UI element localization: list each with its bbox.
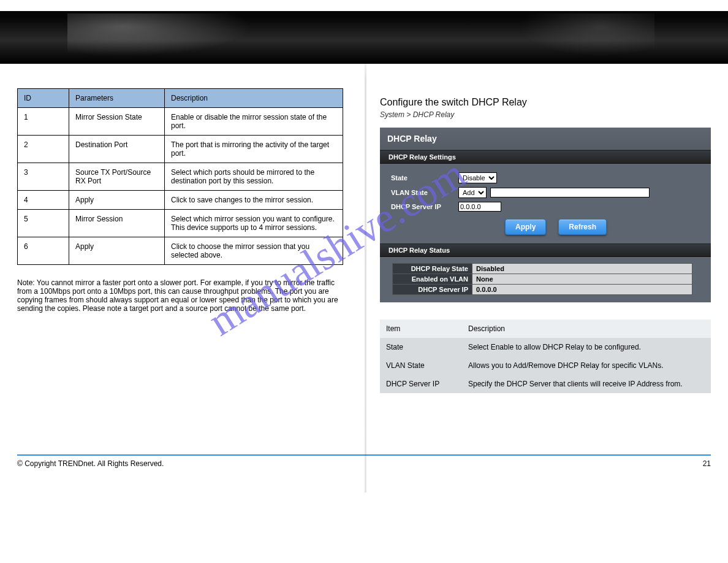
- label-server-ip: DHCP Server IP: [391, 203, 458, 210]
- cell-desc: Click to choose the mirror session that …: [165, 237, 343, 265]
- desc-row: State Select Enable to allow DHCP Relay …: [380, 338, 711, 356]
- button-row: Apply Refresh: [505, 219, 700, 235]
- status-row: Enabled on VLAN None: [393, 274, 692, 285]
- parameters-table: ID Parameters Description 1 Mirror Sessi…: [17, 88, 343, 265]
- status-value: 0.0.0.0: [472, 285, 692, 295]
- page-number: 21: [703, 459, 711, 468]
- settings-body: State Disable VLAN State Add DHCP Server…: [380, 164, 711, 243]
- settings-section-bar: DHCP Relay Settings: [380, 150, 711, 164]
- status-key: DHCP Server IP: [393, 285, 472, 295]
- row-vlan-state: VLAN State Add: [391, 187, 700, 198]
- cell-desc: Enable or disable the mirror session sta…: [165, 108, 343, 136]
- cell-desc: Click to save changes to the mirror sess…: [165, 191, 343, 210]
- status-row: DHCP Relay State Disabled: [393, 264, 692, 274]
- cell-desc: Select which mirror session you want to …: [165, 210, 343, 237]
- right-column: Configure the switch DHCP Relay System >…: [380, 88, 711, 393]
- vlan-state-input[interactable]: [490, 188, 650, 197]
- cell-id: 5: [18, 210, 69, 237]
- dhcp-relay-panel: DHCP Relay DHCP Relay Settings State Dis…: [380, 128, 711, 302]
- label-state: State: [391, 174, 458, 182]
- panel-title: DHCP Relay: [380, 128, 711, 150]
- row-server-ip: DHCP Server IP: [391, 202, 700, 212]
- breadcrumb: System > DHCP Relay: [380, 110, 711, 119]
- table-row: 6 Apply Click to choose the mirror sessi…: [18, 237, 343, 265]
- table-row: 4 Apply Click to save changes to the mir…: [18, 191, 343, 210]
- desc-text: Allows you to Add/Remove DHCP Relay for …: [462, 356, 711, 375]
- desc-row: DHCP Server IP Specify the DHCP Server t…: [380, 375, 711, 393]
- desc-row: VLAN State Allows you to Add/Remove DHCP…: [380, 356, 711, 375]
- left-column: ID Parameters Description 1 Mirror Sessi…: [17, 88, 343, 393]
- desc-item: DHCP Server IP: [380, 375, 462, 393]
- th-id: ID: [18, 89, 69, 108]
- cell-desc: Select which ports should be mirrored to…: [165, 163, 343, 191]
- cell-param: Apply: [69, 237, 165, 265]
- status-row: DHCP Server IP 0.0.0.0: [393, 285, 692, 295]
- desc-text: Select Enable to allow DHCP Relay to be …: [462, 338, 711, 356]
- copyright-text: © Copyright TRENDnet. All Rights Reserve…: [17, 459, 164, 468]
- status-body: DHCP Relay State Disabled Enabled on VLA…: [380, 257, 711, 302]
- cell-param: Apply: [69, 191, 165, 210]
- desc-text: Specify the DHCP Server that clients wil…: [462, 375, 711, 393]
- th-description: Description: [165, 89, 343, 108]
- cell-id: 2: [18, 136, 69, 163]
- table-row: 1 Mirror Session State Enable or disable…: [18, 108, 343, 136]
- cell-id: 6: [18, 237, 69, 265]
- page-footer: © Copyright TRENDnet. All Rights Reserve…: [0, 456, 728, 492]
- cell-param: Mirror Session: [69, 210, 165, 237]
- vlan-state-select[interactable]: Add: [458, 187, 487, 198]
- cell-param: Destination Port: [69, 136, 165, 163]
- table-row: 5 Mirror Session Select which mirror ses…: [18, 210, 343, 237]
- table-row: 2 Destination Port The port that is mirr…: [18, 136, 343, 163]
- table-row: 3 Source TX Port/Source RX Port Select w…: [18, 163, 343, 191]
- mirroring-note: Note: You cannot mirror a faster port on…: [17, 278, 343, 313]
- row-state: State Disable: [391, 172, 700, 183]
- th-parameters: Parameters: [69, 89, 165, 108]
- column-divider: [365, 52, 366, 492]
- refresh-button[interactable]: Refresh: [558, 219, 607, 235]
- state-select[interactable]: Disable: [458, 172, 497, 183]
- cell-id: 4: [18, 191, 69, 210]
- status-value: None: [472, 274, 692, 285]
- section-heading: Configure the switch DHCP Relay: [380, 97, 711, 108]
- cell-param: Mirror Session State: [69, 108, 165, 136]
- th-item: Item: [380, 320, 462, 338]
- cell-desc: The port that is mirroring the activity …: [165, 136, 343, 163]
- cell-id: 1: [18, 108, 69, 136]
- status-key: DHCP Relay State: [393, 264, 472, 274]
- status-section-bar: DHCP Relay Status: [380, 243, 711, 257]
- status-table: DHCP Relay State Disabled Enabled on VLA…: [392, 263, 692, 295]
- th-item-desc: Description: [462, 320, 711, 338]
- status-value: Disabled: [472, 264, 692, 274]
- server-ip-input[interactable]: [458, 202, 501, 212]
- desc-item: State: [380, 338, 462, 356]
- cell-param: Source TX Port/Source RX Port: [69, 163, 165, 191]
- description-table: Item Description State Select Enable to …: [380, 320, 711, 393]
- desc-item: VLAN State: [380, 356, 462, 375]
- cell-id: 3: [18, 163, 69, 191]
- status-key: Enabled on VLAN: [393, 274, 472, 285]
- apply-button[interactable]: Apply: [505, 219, 546, 235]
- label-vlan-state: VLAN State: [391, 189, 458, 196]
- top-banner: [0, 11, 728, 64]
